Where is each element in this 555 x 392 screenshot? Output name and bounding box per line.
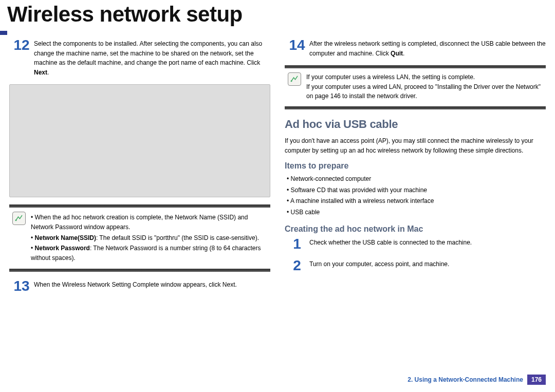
section-heading-creating: Creating the ad hoc network in Mac — [285, 225, 546, 234]
list-item: USB cable — [287, 207, 546, 218]
step-body: Turn on your computer, access point, and… — [309, 258, 449, 273]
footer-page-number: 176 — [527, 375, 546, 385]
step-body: When the Wireless Network Setting Comple… — [34, 279, 237, 293]
content-columns: 12 Select the components to be installed… — [0, 30, 555, 301]
note-line: If your computer uses a wireless LAN, th… — [306, 72, 543, 82]
list-item: Network-connected computer — [287, 174, 546, 185]
step-13: 13 When the Wireless Network Setting Com… — [9, 279, 270, 293]
step-body: After the wireless network setting is co… — [309, 38, 546, 58]
step-2: 2 Turn on your computer, access point, a… — [285, 258, 546, 273]
step-number: 12 — [9, 38, 34, 77]
text-fragment: Select the components to be installed. A… — [34, 40, 262, 66]
note-content: If your computer uses a wireless LAN, th… — [306, 72, 543, 101]
note-box-ssid: When the ad hoc network creation is comp… — [9, 204, 270, 272]
note-line: Network Password: The Network Password i… — [31, 244, 267, 263]
bold-label: Network Password — [35, 245, 90, 252]
text-fragment: After the wireless network setting is co… — [309, 40, 546, 57]
note-bottom-bar — [285, 106, 546, 109]
screenshot-placeholder — [9, 84, 270, 197]
text-fragment: When the ad hoc network creation is comp… — [31, 214, 248, 231]
step-number: 2 — [285, 258, 309, 273]
footer-chapter: 2. Using a Network-Connected Machine — [408, 376, 523, 383]
section-heading-items: Items to prepare — [285, 161, 546, 171]
step-body: Check whether the USB cable is connected… — [309, 237, 472, 251]
note-line: When the ad hoc network creation is comp… — [31, 213, 267, 232]
note-icon — [12, 212, 26, 225]
step-body: Select the components to be installed. A… — [34, 38, 270, 77]
note-icon — [288, 72, 301, 86]
step-12: 12 Select the components to be installed… — [9, 38, 270, 77]
bold-word: Next — [34, 69, 47, 76]
right-column: 14 After the wireless network setting is… — [285, 35, 546, 301]
bold-word: Quit — [391, 50, 403, 57]
section-heading-adhoc: Ad hoc via USB cable — [285, 118, 546, 131]
note-content: When the ad hoc network creation is comp… — [31, 212, 267, 264]
step-1: 1 Check whether the USB cable is connect… — [285, 237, 546, 251]
items-list: Network-connected computer Software CD t… — [285, 174, 546, 218]
note-line: Network Name(SSID): The default SSID is … — [31, 233, 267, 243]
list-item: A machine installed with a wireless netw… — [287, 196, 546, 207]
page-header: Wireless network setup — [0, 0, 555, 30]
left-column: 12 Select the components to be installed… — [9, 35, 270, 301]
text-fragment: . — [47, 69, 49, 76]
title-accent-bar — [0, 31, 7, 35]
page-footer: 2. Using a Network-Connected Machine 176 — [408, 375, 546, 385]
list-item: Software CD that was provided with your … — [287, 185, 546, 196]
svg-point-0 — [15, 220, 16, 221]
text-fragment: . — [403, 50, 404, 57]
note-line: If your computer uses a wired LAN, proce… — [306, 82, 543, 101]
text-fragment: : The default SSID is "portthru" (the SS… — [96, 234, 259, 241]
bold-label: Network Name(SSID) — [35, 234, 96, 241]
step-number: 1 — [285, 237, 309, 251]
paragraph: If you don't have an access point (AP), … — [285, 136, 546, 155]
step-number: 14 — [285, 38, 309, 58]
page-title: Wireless network setup — [7, 2, 548, 27]
step-number: 13 — [9, 279, 34, 293]
note-bottom-bar — [9, 269, 270, 272]
svg-point-1 — [291, 81, 292, 82]
step-14: 14 After the wireless network setting is… — [285, 38, 546, 58]
note-box-lan: If your computer uses a wireless LAN, th… — [285, 65, 546, 109]
